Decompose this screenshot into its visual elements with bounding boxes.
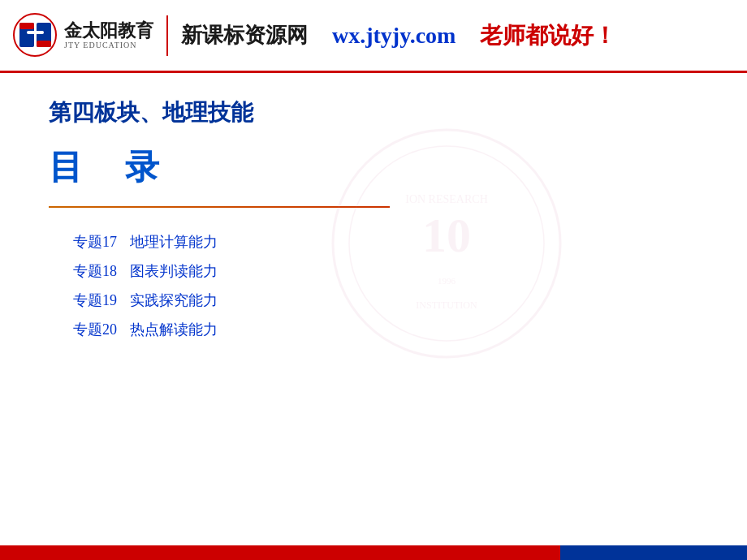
topic-num: 专题20 [73, 320, 130, 339]
list-item: 专题18 图表判读能力 [73, 261, 698, 281]
logo-icon [13, 13, 58, 58]
svg-rect-4 [37, 41, 51, 47]
header: 金太阳教育 JTY EDUCATION 新课标资源网 wx.jtyjy.com … [0, 0, 747, 73]
topic-num: 专题17 [73, 232, 130, 252]
stripe-blue [560, 545, 747, 560]
menu-list: 专题17 地理计算能力专题18 图表判读能力专题19 实践探究能力专题20 热点… [49, 232, 698, 339]
website-url[interactable]: wx.jtyjy.com [332, 23, 456, 49]
logo-text-block: 金太阳教育 JTY EDUCATION [64, 21, 153, 50]
svg-rect-2 [19, 23, 34, 29]
tagline: 老师都说好！ [480, 20, 616, 51]
topic-name: 图表判读能力 [130, 261, 218, 281]
menu-link-2[interactable]: 专题18 图表判读能力 [73, 263, 218, 279]
header-divider [166, 15, 168, 56]
bottom-stripe [0, 545, 747, 560]
menu-link-4[interactable]: 专题20 热点解读能力 [73, 321, 218, 338]
logo-english: JTY EDUCATION [64, 41, 153, 50]
divider-line [49, 206, 390, 208]
site-name: 新课标资源网 [181, 21, 308, 50]
list-item: 专题20 热点解读能力 [73, 320, 698, 339]
list-item: 专题17 地理计算能力 [73, 232, 698, 252]
topic-num: 专题18 [73, 261, 130, 281]
topic-name: 热点解读能力 [130, 320, 218, 339]
mu-lu: 目 录 [49, 144, 698, 190]
topic-name: 地理计算能力 [130, 232, 218, 252]
svg-text:ION RESEARCH: ION RESEARCH [405, 193, 488, 205]
list-item: 专题19 实践探究能力 [73, 291, 698, 310]
main-content: ION RESEARCH 10 1996 INSTITUTION 第四板块、地理… [0, 73, 747, 373]
menu-link-1[interactable]: 专题17 地理计算能力 [73, 234, 218, 250]
topic-num: 专题19 [73, 291, 130, 310]
svg-rect-5 [27, 31, 44, 34]
section-title: 第四板块、地理技能 [49, 97, 698, 128]
menu-link-3[interactable]: 专题19 实践探究能力 [73, 292, 218, 308]
logo-chinese: 金太阳教育 [64, 21, 153, 41]
logo-area: 金太阳教育 JTY EDUCATION [13, 13, 153, 58]
stripe-red [0, 545, 560, 560]
topic-name: 实践探究能力 [130, 291, 218, 310]
